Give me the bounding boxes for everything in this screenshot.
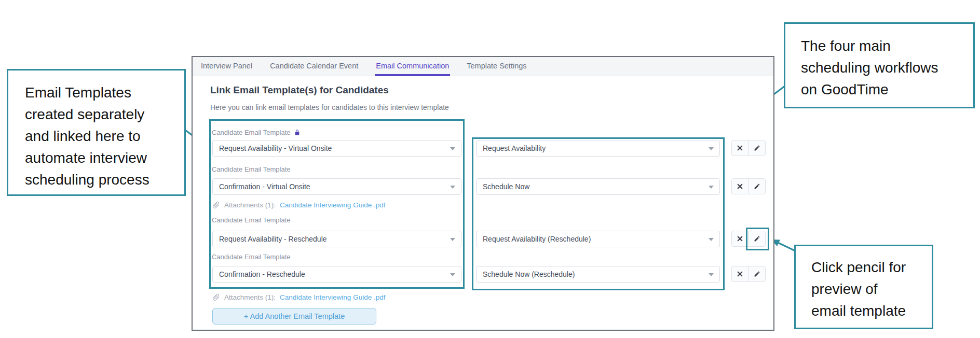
x-icon	[737, 271, 743, 277]
chevron-down-icon	[709, 238, 714, 241]
tab-interview-panel[interactable]: Interview Panel	[200, 57, 253, 76]
candidate-template-select-1[interactable]: Request Availability - Virtual Onsite	[212, 140, 461, 157]
x-icon	[737, 183, 743, 190]
remove-template-button[interactable]	[732, 231, 748, 246]
edit-template-button[interactable]	[748, 266, 766, 281]
annotated-screenshot: Email Templates created separately and l…	[0, 0, 980, 338]
tab-candidate-calendar-event[interactable]: Candidate Calendar Event	[269, 57, 359, 76]
chevron-down-icon	[450, 186, 455, 189]
pencil-icon	[754, 235, 760, 242]
tab-email-communication[interactable]: Email Communication	[375, 57, 450, 76]
pencil-icon	[754, 183, 760, 190]
select-value: Schedule Now	[483, 182, 529, 191]
callout-email-templates: Email Templates created separately and l…	[7, 69, 186, 196]
workflow-select-request-availability-reschedule[interactable]: Request Availability (Reschedule)	[476, 231, 720, 247]
page-title: Link Email Template(s) for Candidates	[210, 84, 389, 96]
callout-pencil-preview: Click pencil for preview of email templa…	[794, 245, 933, 329]
add-another-email-template-button[interactable]: + Add Another Email Template	[212, 308, 376, 325]
candidate-template-label-4: Candidate Email Template	[212, 253, 291, 261]
candidate-template-select-2[interactable]: Confirmation - Virtual Onsite	[212, 178, 461, 195]
attachments-row-2: Attachments (1): Candidate Interviewing …	[212, 293, 385, 301]
chevron-down-icon	[709, 186, 714, 189]
paperclip-icon	[211, 200, 222, 210]
select-value: Schedule Now (Reschedule)	[483, 270, 575, 278]
paperclip-icon	[211, 292, 222, 303]
edit-template-button[interactable]	[748, 231, 766, 246]
candidate-template-label-1: Candidate Email Template	[212, 129, 301, 136]
select-value: Request Availability - Virtual Onsite	[219, 144, 332, 152]
candidate-template-label-2: Candidate Email Template	[212, 165, 291, 173]
select-value: Request Availability	[483, 144, 546, 152]
workflow-select-schedule-now-reschedule[interactable]: Schedule Now (Reschedule)	[476, 266, 720, 283]
chevron-down-icon	[450, 273, 455, 276]
chevron-down-icon	[450, 238, 455, 241]
field-label-text: Candidate Email Template	[212, 165, 291, 173]
row-actions-3	[731, 231, 766, 247]
chevron-down-icon	[709, 273, 714, 276]
remove-template-button[interactable]	[732, 140, 748, 156]
x-icon	[737, 145, 743, 151]
pencil-icon	[754, 145, 760, 151]
lock-icon	[294, 129, 301, 136]
chevron-down-icon	[450, 147, 455, 150]
remove-template-button[interactable]	[732, 266, 748, 281]
candidate-template-select-4[interactable]: Confirmation - Reschedule	[212, 266, 461, 283]
interview-template-card: Interview Panel Candidate Calendar Event…	[192, 56, 774, 331]
field-label-text: Candidate Email Template	[212, 253, 291, 261]
candidate-template-select-3[interactable]: Request Availability - Reschedule	[212, 231, 461, 247]
row-actions-2	[731, 178, 766, 194]
x-icon	[737, 235, 743, 242]
callout-scheduling-workflows: The four main scheduling workflows on Go…	[784, 22, 975, 108]
select-value: Confirmation - Reschedule	[219, 270, 305, 278]
row-actions-1	[731, 140, 766, 156]
row-actions-4	[731, 266, 766, 282]
chevron-down-icon	[709, 147, 714, 150]
workflow-select-request-availability[interactable]: Request Availability	[476, 140, 720, 157]
attachment-file-link[interactable]: Candidate Interviewing Guide .pdf	[280, 293, 385, 301]
field-label-text: Candidate Email Template	[212, 129, 291, 136]
select-value: Request Availability (Reschedule)	[483, 235, 591, 243]
edit-template-button[interactable]	[748, 179, 766, 194]
attachment-file-link[interactable]: Candidate Interviewing Guide .pdf	[280, 201, 385, 209]
attachments-row-1: Attachments (1): Candidate Interviewing …	[212, 201, 385, 209]
candidate-template-label-3: Candidate Email Template	[212, 216, 291, 224]
select-value: Request Availability - Reschedule	[219, 235, 327, 243]
edit-template-button[interactable]	[748, 140, 766, 156]
select-value: Confirmation - Virtual Onsite	[219, 182, 310, 191]
field-label-text: Candidate Email Template	[212, 216, 291, 224]
pencil-icon	[754, 271, 760, 277]
tab-bar: Interview Panel Candidate Calendar Event…	[193, 57, 773, 76]
attachments-label: Attachments (1):	[224, 293, 276, 301]
workflow-select-schedule-now[interactable]: Schedule Now	[476, 178, 720, 195]
remove-template-button[interactable]	[732, 179, 748, 194]
tab-template-settings[interactable]: Template Settings	[466, 57, 527, 76]
page-subtitle: Here you can link email templates for ca…	[210, 103, 449, 111]
attachments-label: Attachments (1):	[224, 201, 276, 209]
